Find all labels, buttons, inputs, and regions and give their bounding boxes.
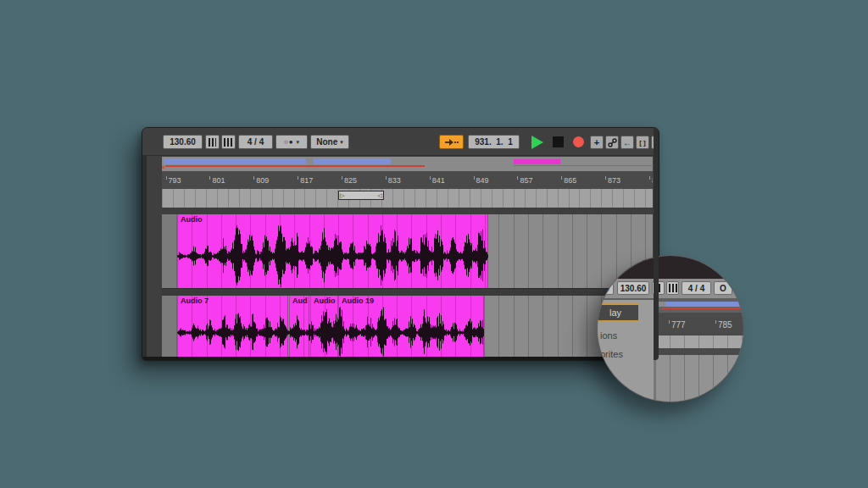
inset-nudge-up-button (666, 281, 679, 295)
scrub-area[interactable]: ▷ ◁ (162, 189, 653, 208)
inset-scrub-area (655, 336, 743, 348)
track-lane[interactable]: Audio 19Audio 16AudioAudio 7 (177, 296, 653, 357)
inset-overview-gap (659, 302, 665, 307)
link-button[interactable] (605, 136, 619, 149)
window-bottom-edge (142, 357, 659, 360)
groove-selector[interactable]: None ▾ (310, 135, 349, 149)
clip-label: Audio (292, 297, 308, 305)
inset-tempo-field: 130.60 (617, 281, 649, 295)
chevron-down-icon: ▾ (297, 139, 300, 145)
bar-number: 785 (715, 320, 732, 330)
back-to-arrangement-button[interactable]: ← (620, 136, 634, 149)
transport-bar: 130.60 4 / 4 ○● ▾ None ▾ 931. 1. 1 (142, 128, 659, 156)
chevron-down-icon: ▾ (340, 139, 343, 145)
ruler-track-divider (162, 208, 653, 214)
selection-box-button[interactable]: [ ] (636, 136, 649, 149)
overview-automation-red (165, 165, 425, 167)
bar-number: 801 (209, 176, 225, 185)
clip-label: Audio 7 (181, 297, 287, 305)
groove-value: None (316, 137, 337, 147)
bar-number: 865 (561, 176, 576, 185)
track-gutter (162, 214, 177, 288)
arrangement-position-display[interactable]: 931. 1. 1 (468, 135, 520, 149)
bar-number: 833 (386, 176, 401, 185)
metronome-icon: ○● (284, 138, 294, 146)
nudge-up-button[interactable] (221, 135, 236, 149)
inset-transport-bar: p 130.60 4 / 4 O (598, 279, 743, 298)
inset-sidebar-item-selected: lay (597, 303, 638, 322)
bar-number: 857 (517, 176, 532, 185)
inset-bar-ruler: 777785 (655, 313, 743, 336)
loop-end-handle[interactable]: ◁ (378, 192, 382, 198)
bar-number: 793 (166, 176, 181, 185)
link-icon (608, 138, 617, 147)
time-signature-value: 4 / 4 (248, 137, 264, 147)
bar-number: 841 (430, 176, 445, 185)
track-row-audio[interactable]: Audio (162, 214, 653, 288)
track-divider[interactable] (162, 288, 653, 296)
magnifier-inset: p 130.60 4 / 4 O lay ions orites 777 (597, 255, 744, 402)
sidebar-item-label: lay (597, 308, 621, 318)
inset-track-area (655, 355, 743, 402)
loop-start-handle[interactable]: ▷ (340, 192, 344, 198)
bars-icon (224, 138, 233, 147)
bars-icon (669, 284, 677, 292)
inset-browser-sidebar: lay ions orites (598, 300, 654, 402)
bars-icon (209, 138, 216, 147)
plus-icon: + (594, 137, 599, 147)
track-gutter (162, 296, 177, 357)
arrow-left-icon: ← (623, 138, 632, 147)
sidebar-item-label: orites (600, 349, 623, 359)
inset-gap (655, 348, 743, 355)
position-value: 931. 1. 1 (475, 137, 512, 147)
arrangement-overview[interactable] (162, 157, 653, 171)
window-right-edge (654, 128, 659, 360)
bar-number: 777 (669, 320, 686, 330)
overview-marker (162, 166, 164, 169)
bar-number: 817 (298, 176, 313, 185)
desktop-background: 130.60 4 / 4 ○● ▾ None ▾ 931. 1. 1 (0, 0, 868, 488)
window-left-edge (142, 128, 147, 360)
play-button[interactable] (531, 136, 543, 149)
tempo-field[interactable]: 130.60 (163, 135, 203, 149)
tempo-value: 130.60 (170, 137, 196, 147)
waveform-track1 (177, 225, 488, 287)
metronome-button[interactable]: ○● ▾ (275, 135, 308, 149)
waveform-track2 (177, 307, 484, 357)
inset-metronome-button: O (714, 281, 732, 295)
brackets-icon: [ ] (639, 139, 646, 147)
time-signature-field[interactable]: 4 / 4 (238, 135, 273, 149)
bar-ruler-labels: 793801809817825833841849857865873881 (162, 171, 653, 189)
bar-number: 825 (342, 176, 357, 185)
inset-time-signature-field: 4 / 4 (682, 281, 711, 295)
clip-label: Audio 19 (342, 297, 482, 305)
track-lane[interactable]: Audio (177, 214, 653, 288)
clip-label: Audio (181, 215, 487, 224)
inset-overview-clip-blue (659, 302, 743, 307)
overview-automation-red (514, 165, 654, 166)
stop-button[interactable] (553, 136, 564, 147)
clip-label: Audio 16 (314, 297, 337, 305)
inset-overview-red (662, 308, 743, 309)
bar-number: 873 (605, 176, 620, 185)
bar-number: 849 (474, 176, 489, 185)
inset-overview (655, 300, 743, 313)
ableton-live-window: 130.60 4 / 4 ○● ▾ None ▾ 931. 1. 1 (142, 127, 659, 361)
bar-ruler[interactable]: 793801809817825833841849857865873881 (162, 171, 653, 189)
overview-clip-blue (164, 158, 391, 164)
sidebar-item-label: ions (600, 330, 617, 341)
bar-number: 809 (253, 176, 269, 185)
loop-brace[interactable]: ▷ ◁ (338, 191, 384, 200)
bar-number: 881 (649, 176, 653, 185)
new-button[interactable]: + (590, 136, 604, 149)
follow-arrow-icon (445, 138, 459, 147)
inset-ruler-labels: 777785 (655, 313, 743, 336)
overview-clip-magenta (514, 159, 560, 164)
record-button[interactable] (573, 136, 584, 147)
inset-arrangement: 777785 (655, 300, 743, 402)
nudge-down-button[interactable] (205, 135, 220, 149)
track-row-audio7[interactable]: Audio 19Audio 16AudioAudio 7 (162, 296, 653, 357)
follow-button[interactable] (439, 135, 464, 149)
overview-gap (306, 158, 314, 164)
